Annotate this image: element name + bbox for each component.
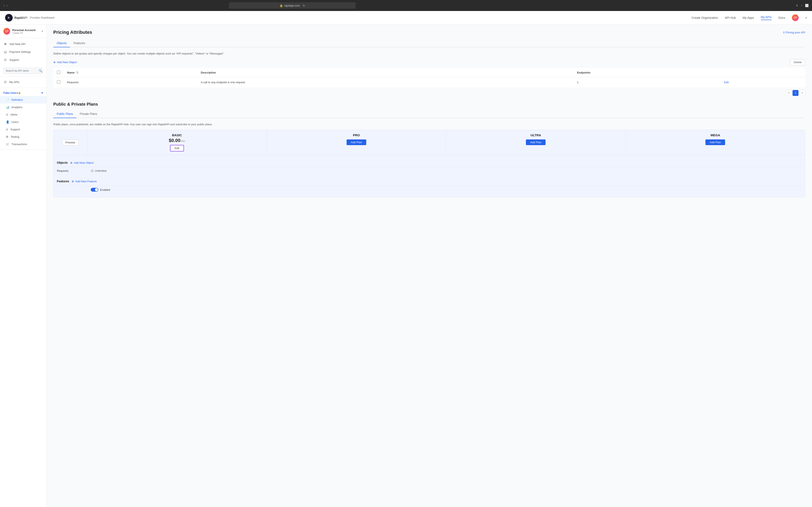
sidebar-item-users[interactable]: 👤 Users bbox=[0, 118, 46, 126]
search-box[interactable]: 🔍 bbox=[3, 68, 43, 74]
lock-icon: 🔒 bbox=[280, 4, 283, 7]
col-description: Description bbox=[198, 68, 574, 77]
support2-icon: ⊙ bbox=[6, 128, 8, 131]
alerts-icon: ⊙ bbox=[6, 113, 8, 116]
tab-private-plans[interactable]: Private Plans bbox=[77, 110, 100, 118]
back-button[interactable]: ‹ bbox=[3, 3, 5, 8]
sidebar-api-name[interactable]: Fake Users 🔒 ▾ bbox=[0, 90, 46, 96]
share-icon[interactable]: ⬆ bbox=[796, 4, 798, 7]
sidebar-item-transactions[interactable]: 🛒 Transactions bbox=[0, 140, 46, 148]
plan-basic-edit-button[interactable]: Edit bbox=[170, 145, 184, 152]
info-icon-requests[interactable]: i bbox=[91, 169, 94, 172]
tab-public-plans[interactable]: Public Plans bbox=[53, 110, 77, 118]
info-icon: ℹ bbox=[783, 31, 784, 34]
my-apis-icon: ⊙ bbox=[3, 80, 7, 84]
plans-section-title: Public & Private Plans bbox=[53, 102, 805, 107]
delete-button[interactable]: Delete bbox=[790, 59, 805, 65]
sidebar-item-support[interactable]: ⊙ Support bbox=[0, 56, 46, 64]
prev-page-button[interactable]: < bbox=[786, 90, 792, 96]
nav-create-org[interactable]: Create Organization bbox=[692, 16, 718, 19]
svg-text:R: R bbox=[8, 16, 9, 19]
plan-mega-add-button[interactable]: Add Plan bbox=[705, 139, 725, 145]
objects-description: Define objects to set quotas and specify… bbox=[53, 52, 805, 56]
add-icon-inline: ⊕ bbox=[70, 161, 72, 164]
features-subsection: Features ⊕ Add New Feature Enabled bbox=[57, 177, 802, 194]
nav-docs[interactable]: Docs bbox=[778, 16, 785, 19]
sidebar-label-support: Support bbox=[9, 58, 19, 61]
add-new-feature-button[interactable]: ⊕ Add New Feature bbox=[72, 180, 97, 183]
plan-basic-price: $0.00 bbox=[169, 138, 181, 143]
sort-icon[interactable]: ⇅ bbox=[76, 71, 79, 74]
plan-mega-col: MEGA Add Plan bbox=[626, 130, 805, 155]
sidebar-api-section: Fake Users 🔒 ▾ 📄 Definition 📊 Analytics … bbox=[0, 88, 46, 150]
objects-requests-row: Requests i Unlimited bbox=[57, 167, 802, 174]
objects-subsection-header: Objects ⊕ Add New Object bbox=[57, 158, 802, 167]
sidebar-item-support2[interactable]: ⊙ Support bbox=[0, 126, 46, 133]
account-name: Personal Account bbox=[12, 29, 40, 32]
add-new-object-inline-button[interactable]: ⊕ Add New Object bbox=[70, 161, 94, 164]
objects-requests-basic-value: i Unlimited bbox=[91, 169, 267, 172]
main-content: Pricing Attributes ℹ Pricing your API Ob… bbox=[47, 24, 812, 507]
sidebar-my-apis-section: ⊙ My APIs bbox=[0, 76, 46, 88]
account-sub: Catalin Pit bbox=[12, 32, 40, 34]
reload-icon[interactable]: ↻ bbox=[303, 4, 305, 7]
enabled-label: Enabled bbox=[100, 188, 110, 191]
plan-mega-name: MEGA bbox=[629, 133, 802, 137]
plans-body: Objects ⊕ Add New Object Requests i Unli… bbox=[53, 155, 805, 197]
plan-ultra-add-button[interactable]: Add Plan bbox=[526, 139, 546, 145]
select-all-checkbox[interactable] bbox=[57, 70, 60, 74]
features-subsection-header: Features ⊕ Add New Feature bbox=[57, 177, 802, 185]
app-layout: CP Personal Account Catalin Pit ▾ ⊕ Add … bbox=[0, 24, 812, 507]
sidebar-label-users: Users bbox=[11, 120, 18, 124]
plan-basic-period: /mo bbox=[181, 139, 185, 143]
features-subsection-label: Features bbox=[57, 180, 69, 183]
sidebar-label-add-new-api: Add New API bbox=[9, 43, 26, 46]
sidebar-item-add-new-api[interactable]: ⊕ Add New API bbox=[0, 40, 46, 48]
sidebar-item-testing[interactable]: ⚙ Testing bbox=[0, 133, 46, 140]
analytics-icon: 📊 bbox=[6, 106, 9, 109]
enabled-toggle[interactable] bbox=[91, 188, 98, 191]
objects-requests-name: Requests bbox=[57, 169, 91, 172]
next-page-button[interactable]: > bbox=[799, 90, 805, 96]
payment-icon: 🗂 bbox=[3, 50, 7, 54]
preview-button[interactable]: Preview bbox=[62, 139, 78, 146]
row-edit-link[interactable]: Edit bbox=[724, 81, 729, 84]
browser-chrome: ‹ › 🔒 rapidapi.com ↻ ⬆ + ⬜ bbox=[0, 0, 812, 11]
testing-icon: ⚙ bbox=[6, 135, 8, 138]
page-1-button[interactable]: 1 bbox=[793, 90, 799, 96]
logo-subtitle: Provider Dashboard bbox=[30, 16, 54, 19]
sidebar-item-alerts[interactable]: ⊙ Alerts bbox=[0, 111, 46, 118]
nav-my-apis[interactable]: My APIs bbox=[761, 15, 772, 20]
user-chevron-icon[interactable]: ▾ bbox=[805, 16, 807, 19]
sidebar-item-analytics[interactable]: 📊 Analytics bbox=[0, 104, 46, 111]
objects-requests-values: i Unlimited bbox=[91, 169, 802, 172]
tab-objects[interactable]: Objects bbox=[53, 39, 70, 47]
plan-pro-add-button[interactable]: Add Plan bbox=[347, 139, 366, 145]
row-checkbox[interactable] bbox=[57, 80, 60, 83]
search-input[interactable] bbox=[6, 69, 38, 72]
new-tab-icon[interactable]: + bbox=[801, 4, 803, 7]
browser-actions: ⬆ + ⬜ bbox=[796, 4, 809, 7]
tab-features[interactable]: Features bbox=[70, 39, 88, 47]
pricing-help-link[interactable]: ℹ Pricing your API bbox=[783, 31, 805, 34]
row-name: Requests bbox=[64, 77, 198, 87]
table-toolbar: ⊕ Add New Object Delete bbox=[53, 59, 805, 65]
sidebar-item-definition[interactable]: 📄 Definition bbox=[0, 96, 46, 104]
logo-icon: R bbox=[5, 14, 13, 21]
url-text: rapidapi.com bbox=[284, 4, 300, 7]
nav-api-hub[interactable]: API Hub bbox=[725, 16, 736, 19]
sidebar-item-payment-settings[interactable]: 🗂 Payment Settings bbox=[0, 48, 46, 56]
sidebar: CP Personal Account Catalin Pit ▾ ⊕ Add … bbox=[0, 24, 47, 507]
nav-my-apps[interactable]: My Apps bbox=[743, 16, 754, 19]
add-new-object-button[interactable]: ⊕ Add New Object bbox=[53, 61, 77, 64]
sidebar-label-transactions: Transactions bbox=[11, 143, 27, 146]
sidebar-account[interactable]: CP Personal Account Catalin Pit ▾ bbox=[0, 24, 46, 38]
address-bar[interactable]: 🔒 rapidapi.com ↻ bbox=[229, 2, 356, 9]
windows-icon[interactable]: ⬜ bbox=[805, 4, 809, 7]
sidebar-my-apis[interactable]: ⊙ My APIs bbox=[0, 78, 46, 86]
user-avatar[interactable]: CP bbox=[792, 14, 799, 21]
forward-button[interactable]: › bbox=[6, 3, 8, 8]
col-name: Name ⇅ bbox=[64, 68, 198, 77]
row-description: A call to any endpoint is one request. bbox=[198, 77, 574, 87]
api-name-label: Fake Users bbox=[3, 91, 18, 95]
